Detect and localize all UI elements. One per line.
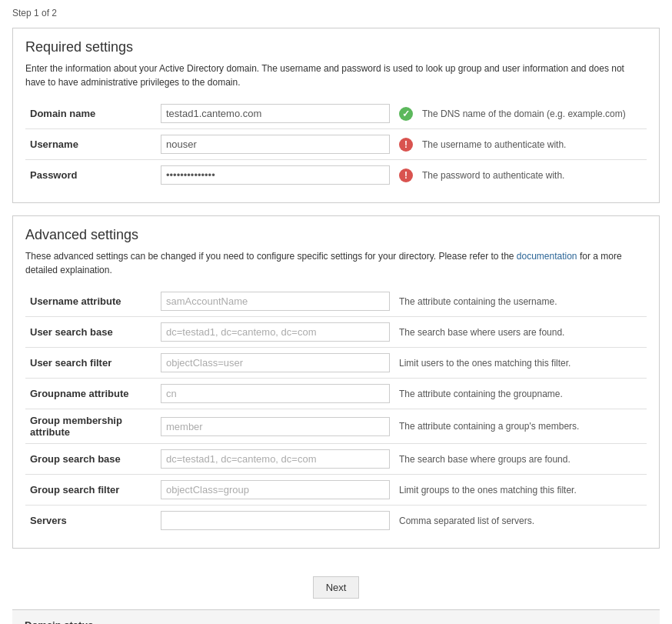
field-input-cell-1	[156, 129, 394, 160]
documentation-link[interactable]: documentation	[517, 251, 577, 262]
error-icon: !	[399, 169, 413, 182]
field-input-1[interactable]	[161, 135, 390, 154]
button-area: Next	[12, 561, 660, 606]
adv-field-input-4[interactable]	[161, 417, 390, 436]
advanced-settings-title: Advanced settings	[25, 227, 647, 243]
adv-field-hint-4: The attribute containing a group's membe…	[394, 409, 647, 444]
required-settings-section: Required settings Enter the information …	[12, 28, 660, 203]
adv-field-input-7[interactable]	[161, 511, 390, 530]
adv-field-input-6[interactable]	[161, 480, 390, 499]
advanced-settings-section: Advanced settings These advanced setting…	[12, 215, 660, 549]
field-input-2[interactable]	[161, 165, 390, 185]
adv-field-label-3: Groupname attribute	[25, 379, 156, 409]
adv-field-label-1: User search base	[25, 317, 156, 348]
adv-field-hint-3: The attribute containing the groupname.	[394, 379, 647, 409]
field-input-0[interactable]	[161, 104, 390, 123]
field-hint-0: The DNS name of the domain (e.g. example…	[418, 98, 647, 129]
field-hint-1: The username to authenticate with.	[418, 129, 647, 160]
field-label-1: Username	[25, 129, 156, 160]
required-settings-title: Required settings	[25, 39, 647, 55]
advanced-settings-table: Username attribute The attribute contain…	[25, 286, 647, 536]
domain-status-section: Domain status Found the following domain…	[12, 609, 660, 624]
field-hint-2: The password to authenticate with.	[418, 160, 647, 191]
adv-field-hint-7: Comma separated list of servers.	[394, 506, 647, 536]
error-icon: !	[399, 138, 413, 152]
adv-field-hint-0: The attribute containing the username.	[394, 286, 647, 317]
field-icon-cell-2: !	[394, 160, 418, 191]
adv-field-input-cell-2	[156, 348, 394, 379]
adv-field-input-cell-1	[156, 317, 394, 348]
step-indicator: Step 1 of 2	[12, 8, 660, 18]
adv-field-label-7: Servers	[25, 506, 156, 536]
adv-field-input-cell-4	[156, 409, 394, 444]
adv-field-hint-6: Limit groups to the ones matching this f…	[394, 475, 647, 506]
advanced-settings-desc: These advanced settings can be changed i…	[25, 249, 647, 277]
domain-status-title: Domain status	[25, 619, 647, 624]
adv-field-input-5[interactable]	[161, 449, 390, 469]
adv-field-input-1[interactable]	[161, 322, 390, 342]
field-icon-cell-0: ✓	[394, 98, 418, 129]
field-icon-cell-1: !	[394, 129, 418, 160]
adv-field-hint-1: The search base where users are found.	[394, 317, 647, 348]
required-settings-table: Domain name ✓ The DNS name of the domain…	[25, 98, 647, 190]
field-label-0: Domain name	[25, 98, 156, 129]
next-button[interactable]: Next	[313, 576, 360, 599]
adv-field-label-2: User search filter	[25, 348, 156, 379]
adv-field-label-5: Group search base	[25, 444, 156, 475]
adv-field-hint-2: Limit users to the ones matching this fi…	[394, 348, 647, 379]
adv-field-input-cell-0	[156, 286, 394, 317]
success-icon: ✓	[399, 107, 413, 121]
adv-field-label-4: Group membership attribute	[25, 409, 156, 444]
adv-field-label-6: Group search filter	[25, 475, 156, 506]
field-input-cell-2	[156, 160, 394, 191]
field-input-cell-0	[156, 98, 394, 129]
adv-field-label-0: Username attribute	[25, 286, 156, 317]
adv-field-input-cell-5	[156, 444, 394, 475]
adv-field-input-3[interactable]	[161, 384, 390, 403]
required-settings-desc: Enter the information about your Active …	[25, 62, 647, 89]
adv-field-input-2[interactable]	[161, 353, 390, 372]
adv-field-input-cell-7	[156, 506, 394, 536]
adv-field-hint-5: The search base where groups are found.	[394, 444, 647, 475]
adv-field-input-0[interactable]	[161, 292, 390, 311]
adv-field-input-cell-3	[156, 379, 394, 409]
advanced-desc-text1: These advanced settings can be changed i…	[25, 251, 517, 262]
field-label-2: Password	[25, 160, 156, 191]
adv-field-input-cell-6	[156, 475, 394, 506]
